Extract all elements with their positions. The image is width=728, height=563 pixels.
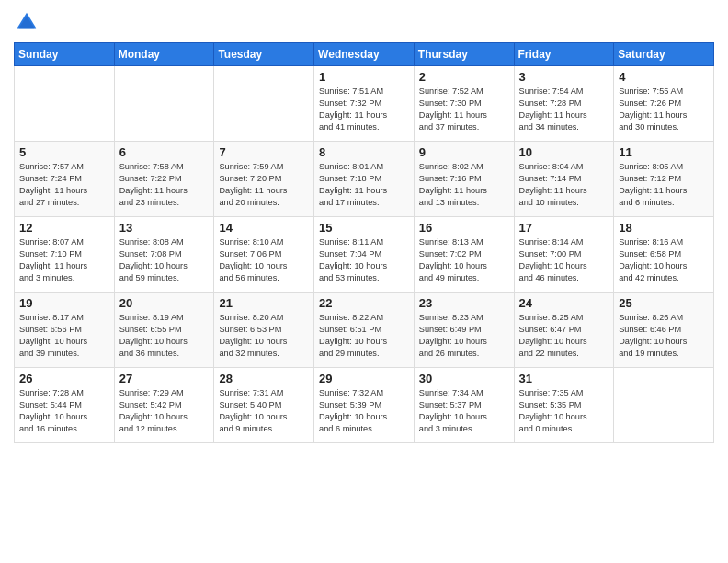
day-number: 25 bbox=[619, 296, 709, 310]
day-info: Sunrise: 7:54 AM Sunset: 7:28 PM Dayligh… bbox=[519, 86, 609, 133]
logo bbox=[14, 9, 43, 35]
day-info: Sunrise: 8:19 AM Sunset: 6:55 PM Dayligh… bbox=[119, 312, 210, 360]
calendar-cell: 12Sunrise: 8:07 AM Sunset: 7:10 PM Dayli… bbox=[15, 217, 115, 293]
calendar-cell: 22Sunrise: 8:22 AM Sunset: 6:51 PM Dayli… bbox=[314, 293, 415, 368]
day-number: 8 bbox=[319, 145, 409, 159]
day-info: Sunrise: 7:55 AM Sunset: 7:26 PM Dayligh… bbox=[619, 86, 709, 133]
day-number: 6 bbox=[119, 145, 210, 159]
week-row-2: 5Sunrise: 7:57 AM Sunset: 7:24 PM Daylig… bbox=[15, 142, 714, 217]
day-info: Sunrise: 7:57 AM Sunset: 7:24 PM Dayligh… bbox=[19, 161, 109, 209]
weekday-row: SundayMondayTuesdayWednesdayThursdayFrid… bbox=[15, 43, 714, 66]
calendar-cell: 21Sunrise: 8:20 AM Sunset: 6:53 PM Dayli… bbox=[214, 293, 314, 368]
day-info: Sunrise: 8:14 AM Sunset: 7:00 PM Dayligh… bbox=[519, 236, 609, 284]
day-info: Sunrise: 7:51 AM Sunset: 7:32 PM Dayligh… bbox=[319, 86, 409, 133]
day-number: 4 bbox=[619, 70, 709, 84]
calendar-cell bbox=[114, 66, 214, 142]
weekday-header-saturday: Saturday bbox=[614, 43, 714, 66]
day-number: 13 bbox=[119, 221, 210, 235]
day-info: Sunrise: 8:20 AM Sunset: 6:53 PM Dayligh… bbox=[219, 312, 309, 360]
calendar-cell bbox=[15, 66, 115, 142]
day-number: 21 bbox=[219, 296, 309, 310]
calendar-cell: 30Sunrise: 7:34 AM Sunset: 5:37 PM Dayli… bbox=[414, 368, 514, 443]
calendar-cell: 19Sunrise: 8:17 AM Sunset: 6:56 PM Dayli… bbox=[15, 293, 115, 368]
calendar-cell: 11Sunrise: 8:05 AM Sunset: 7:12 PM Dayli… bbox=[614, 142, 714, 217]
calendar-cell: 4Sunrise: 7:55 AM Sunset: 7:26 PM Daylig… bbox=[614, 66, 714, 142]
day-info: Sunrise: 7:32 AM Sunset: 5:39 PM Dayligh… bbox=[319, 387, 409, 435]
week-row-1: 1Sunrise: 7:51 AM Sunset: 7:32 PM Daylig… bbox=[15, 66, 714, 142]
day-info: Sunrise: 8:22 AM Sunset: 6:51 PM Dayligh… bbox=[319, 312, 409, 360]
calendar-cell: 5Sunrise: 7:57 AM Sunset: 7:24 PM Daylig… bbox=[15, 142, 115, 217]
calendar-cell bbox=[614, 368, 714, 443]
day-number: 30 bbox=[419, 372, 509, 385]
weekday-header-wednesday: Wednesday bbox=[314, 43, 415, 66]
day-info: Sunrise: 8:02 AM Sunset: 7:16 PM Dayligh… bbox=[419, 161, 509, 209]
day-number: 16 bbox=[419, 221, 509, 235]
day-number: 24 bbox=[519, 296, 609, 310]
calendar-cell: 3Sunrise: 7:54 AM Sunset: 7:28 PM Daylig… bbox=[514, 66, 614, 142]
calendar-cell: 10Sunrise: 8:04 AM Sunset: 7:14 PM Dayli… bbox=[514, 142, 614, 217]
day-info: Sunrise: 8:25 AM Sunset: 6:47 PM Dayligh… bbox=[519, 312, 609, 360]
day-number: 28 bbox=[219, 372, 309, 385]
day-info: Sunrise: 7:52 AM Sunset: 7:30 PM Dayligh… bbox=[419, 86, 509, 133]
day-info: Sunrise: 8:26 AM Sunset: 6:46 PM Dayligh… bbox=[619, 312, 709, 360]
day-number: 20 bbox=[119, 296, 210, 310]
day-info: Sunrise: 7:31 AM Sunset: 5:40 PM Dayligh… bbox=[219, 387, 309, 435]
calendar-cell: 2Sunrise: 7:52 AM Sunset: 7:30 PM Daylig… bbox=[414, 66, 514, 142]
day-info: Sunrise: 7:35 AM Sunset: 5:35 PM Dayligh… bbox=[519, 387, 609, 435]
day-number: 7 bbox=[219, 145, 309, 159]
calendar-cell: 16Sunrise: 8:13 AM Sunset: 7:02 PM Dayli… bbox=[414, 217, 514, 293]
day-info: Sunrise: 8:11 AM Sunset: 7:04 PM Dayligh… bbox=[319, 236, 409, 284]
calendar-cell: 9Sunrise: 8:02 AM Sunset: 7:16 PM Daylig… bbox=[414, 142, 514, 217]
weekday-header-sunday: Sunday bbox=[15, 43, 115, 66]
logo-icon bbox=[14, 9, 40, 35]
calendar-cell: 31Sunrise: 7:35 AM Sunset: 5:35 PM Dayli… bbox=[514, 368, 614, 443]
calendar-cell: 15Sunrise: 8:11 AM Sunset: 7:04 PM Dayli… bbox=[314, 217, 415, 293]
day-info: Sunrise: 8:17 AM Sunset: 6:56 PM Dayligh… bbox=[19, 312, 109, 360]
header bbox=[14, 9, 714, 35]
weekday-header-tuesday: Tuesday bbox=[214, 43, 314, 66]
weekday-header-monday: Monday bbox=[114, 43, 214, 66]
day-info: Sunrise: 7:29 AM Sunset: 5:42 PM Dayligh… bbox=[119, 387, 210, 435]
calendar-body: 1Sunrise: 7:51 AM Sunset: 7:32 PM Daylig… bbox=[15, 66, 714, 443]
calendar: SundayMondayTuesdayWednesdayThursdayFrid… bbox=[14, 42, 714, 443]
day-number: 29 bbox=[319, 372, 409, 385]
week-row-5: 26Sunrise: 7:28 AM Sunset: 5:44 PM Dayli… bbox=[15, 368, 714, 443]
day-number: 26 bbox=[19, 372, 109, 385]
calendar-cell: 26Sunrise: 7:28 AM Sunset: 5:44 PM Dayli… bbox=[15, 368, 115, 443]
day-number: 19 bbox=[19, 296, 109, 310]
calendar-cell: 24Sunrise: 8:25 AM Sunset: 6:47 PM Dayli… bbox=[514, 293, 614, 368]
week-row-4: 19Sunrise: 8:17 AM Sunset: 6:56 PM Dayli… bbox=[15, 293, 714, 368]
day-number: 22 bbox=[319, 296, 409, 310]
day-number: 5 bbox=[19, 145, 109, 159]
day-number: 23 bbox=[419, 296, 509, 310]
calendar-cell: 29Sunrise: 7:32 AM Sunset: 5:39 PM Dayli… bbox=[314, 368, 415, 443]
calendar-cell: 18Sunrise: 8:16 AM Sunset: 6:58 PM Dayli… bbox=[614, 217, 714, 293]
day-number: 27 bbox=[119, 372, 210, 385]
day-info: Sunrise: 8:01 AM Sunset: 7:18 PM Dayligh… bbox=[319, 161, 409, 209]
calendar-cell: 28Sunrise: 7:31 AM Sunset: 5:40 PM Dayli… bbox=[214, 368, 314, 443]
day-number: 31 bbox=[519, 372, 609, 385]
calendar-cell: 1Sunrise: 7:51 AM Sunset: 7:32 PM Daylig… bbox=[314, 66, 415, 142]
calendar-cell: 20Sunrise: 8:19 AM Sunset: 6:55 PM Dayli… bbox=[114, 293, 214, 368]
calendar-cell: 7Sunrise: 7:59 AM Sunset: 7:20 PM Daylig… bbox=[214, 142, 314, 217]
day-info: Sunrise: 8:23 AM Sunset: 6:49 PM Dayligh… bbox=[419, 312, 509, 360]
day-number: 9 bbox=[419, 145, 509, 159]
day-info: Sunrise: 8:05 AM Sunset: 7:12 PM Dayligh… bbox=[619, 161, 709, 209]
day-number: 18 bbox=[619, 221, 709, 235]
calendar-cell: 23Sunrise: 8:23 AM Sunset: 6:49 PM Dayli… bbox=[414, 293, 514, 368]
day-info: Sunrise: 8:08 AM Sunset: 7:08 PM Dayligh… bbox=[119, 236, 210, 284]
calendar-cell: 27Sunrise: 7:29 AM Sunset: 5:42 PM Dayli… bbox=[114, 368, 214, 443]
day-info: Sunrise: 7:28 AM Sunset: 5:44 PM Dayligh… bbox=[19, 387, 109, 435]
calendar-cell bbox=[214, 66, 314, 142]
day-info: Sunrise: 7:58 AM Sunset: 7:22 PM Dayligh… bbox=[119, 161, 210, 209]
day-number: 10 bbox=[519, 145, 609, 159]
week-row-3: 12Sunrise: 8:07 AM Sunset: 7:10 PM Dayli… bbox=[15, 217, 714, 293]
day-info: Sunrise: 7:59 AM Sunset: 7:20 PM Dayligh… bbox=[219, 161, 309, 209]
day-number: 17 bbox=[519, 221, 609, 235]
day-info: Sunrise: 8:16 AM Sunset: 6:58 PM Dayligh… bbox=[619, 236, 709, 284]
calendar-cell: 8Sunrise: 8:01 AM Sunset: 7:18 PM Daylig… bbox=[314, 142, 415, 217]
day-number: 15 bbox=[319, 221, 409, 235]
day-info: Sunrise: 8:04 AM Sunset: 7:14 PM Dayligh… bbox=[519, 161, 609, 209]
day-number: 2 bbox=[419, 70, 509, 84]
weekday-header-thursday: Thursday bbox=[414, 43, 514, 66]
